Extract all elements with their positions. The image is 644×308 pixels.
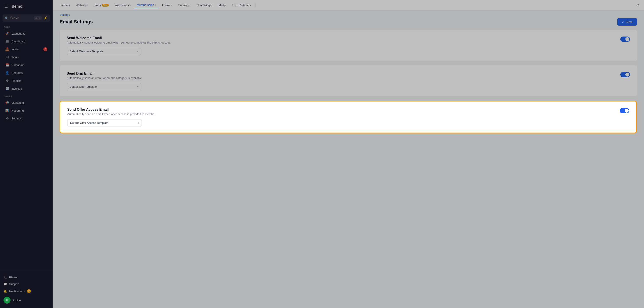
breadcrumb-settings-link[interactable]: Settings [60,13,70,16]
offer-access-email-section: Send Offer Access Email Automatically se… [60,101,637,133]
sidebar-item-profile[interactable]: G Profile [0,295,52,305]
support-icon: 💬 [4,282,7,286]
arrow-svg [52,108,62,126]
nav-blogs[interactable]: Blogs New [91,2,111,8]
nav-memberships[interactable]: Memberships ▾ [134,2,159,8]
sidebar-item-marketing[interactable]: 📢 Marketing [2,99,51,106]
nav-funnels[interactable]: Funnels [57,2,72,8]
sidebar-bottom: 📞 Phone 💬 Support 🔔 Notifications 18 G P… [0,271,52,308]
nav-surveys[interactable]: Surveys ▾ [176,2,193,8]
save-label: Save [626,20,632,24]
checkmark-icon: ✓ [622,20,624,24]
breadcrumb: Settings [52,10,644,16]
pipeline-icon: ⚙ [5,79,9,83]
sidebar-item-notifications[interactable]: 🔔 Notifications 18 [0,288,52,295]
tasks-icon: ☑ [5,55,9,59]
welcome-email-row: Send Welcome Email Automatically send a … [66,36,630,55]
sidebar-item-settings[interactable]: ⚙ Settings [2,115,51,122]
nav-forms[interactable]: Forms ▾ [160,2,175,8]
calendars-icon: 📅 [5,63,9,67]
offer-access-row: Send Offer Access Email Automatically se… [67,108,629,127]
avatar: G [4,297,10,304]
nav-media[interactable]: Media [216,2,229,8]
sidebar-item-label: Settings [12,117,22,120]
nav-websites[interactable]: Websites [73,2,90,8]
sidebar-item-label: Dashboard [12,40,26,43]
forms-chevron: ▾ [171,4,172,6]
phone-label: Phone [9,276,18,279]
sidebar-item-label: Tasks [12,56,19,59]
drip-email-row: Send Drip Email Automatically send an em… [66,72,630,90]
contacts-icon: 👤 [5,71,9,75]
sidebar-item-label: Inbox [12,48,18,51]
sidebar-item-phone[interactable]: 📞 Phone [0,274,52,281]
welcome-email-section: Send Welcome Email Automatically send a … [60,30,637,61]
offer-access-left: Send Offer Access Email Automatically se… [67,108,620,127]
page-header: Email Settings ✓ Save [52,16,644,30]
reporting-icon: 📊 [5,109,9,112]
launchpad-icon: 🚀 [5,31,9,35]
sidebar-item-inbox[interactable]: 📥 Inbox 0 [2,45,51,53]
invoices-icon: 🧾 [5,87,9,91]
hamburger-icon[interactable]: ☰ [4,4,8,9]
sidebar-item-contacts[interactable]: 👤 Contacts [2,69,51,77]
sidebar-item-label: Launchpad [12,32,26,35]
offer-access-email-toggle[interactable] [620,108,629,113]
nav-chat-widget[interactable]: Chat Widget [194,2,215,8]
sidebar-item-tasks[interactable]: ☑ Tasks [2,53,51,61]
sidebar-item-calendars[interactable]: 📅 Calendars [2,61,51,69]
inbox-icon: 📥 [5,47,9,51]
sidebar: ☰ demo. 🔍 Search ctrl K ⚡ Apps 🚀 Launchp… [0,0,52,308]
sidebar-item-pipeline[interactable]: ⚙ Pipeline [2,77,51,84]
sidebar-item-label: Contacts [12,71,22,75]
search-placeholder: Search [10,16,32,20]
top-navigation: Funnels Websites Blogs New WordPress ▾ M… [52,0,644,10]
marketing-icon: 📢 [5,101,9,105]
nav-url-redirects[interactable]: URL Redirects [230,2,253,8]
sidebar-item-label: Calendars [12,63,24,67]
search-bar[interactable]: 🔍 Search ctrl K ⚡ [3,14,50,22]
welcome-email-left: Send Welcome Email Automatically send a … [66,36,620,55]
save-button[interactable]: ✓ Save [617,18,637,26]
offer-access-template-dropdown[interactable]: Default Offer Access Template [67,119,142,127]
sidebar-item-label: Pipeline [12,79,22,82]
lightning-icon: ⚡ [44,16,48,20]
drip-template-value: Default Drip Template [70,85,97,88]
drip-email-section: Send Drip Email Automatically send an em… [60,65,637,97]
apps-section-label: Apps [0,23,52,29]
sidebar-item-label: Reporting [12,109,24,112]
sidebar-item-support[interactable]: 💬 Support [0,281,52,288]
welcome-template-select-wrap: Default Welcome Template ▾ [66,48,141,55]
drip-email-title: Send Drip Email [66,72,620,75]
dashboard-icon: ▦ [5,39,9,43]
phone-icon: 📞 [4,276,7,279]
search-icon: 🔍 [5,16,8,20]
notifications-label: Notifications [9,290,25,293]
inbox-badge: 0 [44,47,47,51]
welcome-email-title: Send Welcome Email [66,36,620,40]
offer-access-desc: Automatically send an email when offer a… [67,112,620,116]
sidebar-item-invoices[interactable]: 🧾 Invoices [2,85,51,92]
drip-template-dropdown[interactable]: Default Drip Template [66,83,141,90]
offer-access-template-select-wrap: Default Offer Access Template ▾ [67,119,142,127]
drip-template-select-wrap: Default Drip Template ▾ [66,83,141,90]
welcome-email-desc: Automatically send a welcome email when … [66,41,620,44]
sidebar-item-reporting[interactable]: 📊 Reporting [2,107,51,114]
nav-wordpress[interactable]: WordPress ▾ [112,2,134,8]
settings-icon: ⚙ [5,116,9,120]
sidebar-item-dashboard[interactable]: ▦ Dashboard [2,38,51,45]
settings-gear-icon[interactable]: ⚙ [636,3,640,8]
welcome-email-toggle[interactable] [620,36,630,42]
profile-label: Profile [13,299,21,302]
sidebar-item-launchpad[interactable]: 🚀 Launchpad [2,30,51,37]
welcome-template-dropdown[interactable]: Default Welcome Template [66,48,141,55]
support-label: Support [9,282,19,286]
tools-section-label: Tools [0,93,52,99]
drip-email-toggle[interactable] [620,72,630,77]
drip-email-desc: Automatically send an email when drip ca… [66,76,620,80]
logo-text: demo. [12,4,24,9]
sidebar-logo: ☰ demo. [0,0,52,13]
blogs-new-badge: New [102,4,109,6]
search-shortcut: ctrl K [34,16,42,20]
bell-icon: 🔔 [4,290,7,293]
